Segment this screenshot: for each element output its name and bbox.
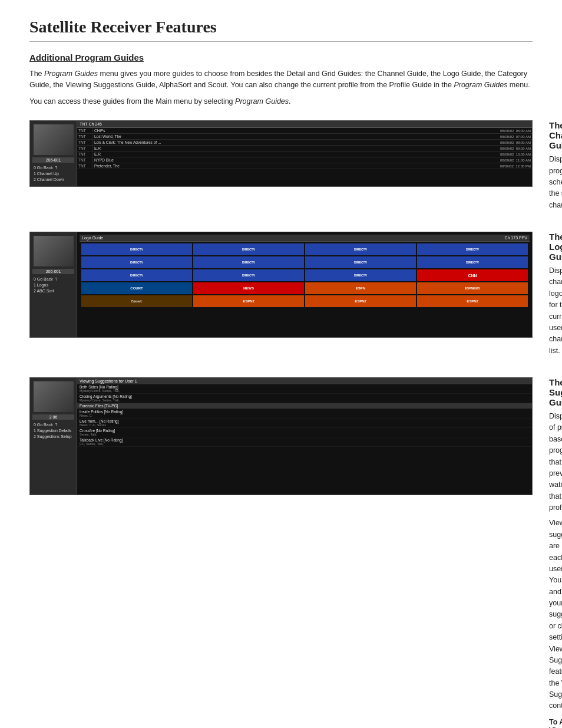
logo-cell-espn2: ESPN2	[193, 295, 304, 307]
sugg-menu-details: 1 Suggestion Details	[32, 428, 74, 433]
suggestion-guide-text: The Suggestion Guide Displays a list of …	[549, 377, 562, 728]
logo-menu-go-back: 0 Go Back ?	[32, 276, 74, 282]
list-item: Crossfire [No Rating]Series, Talk,	[77, 428, 532, 437]
logo-cell: DIRECTV	[81, 269, 192, 281]
logo-cell: DIRECTV	[417, 256, 528, 268]
channel-number: 206-001	[32, 157, 74, 163]
logo-cell-court: COURT	[81, 282, 192, 294]
logo-cell-news: NEWS	[193, 282, 304, 294]
logo-menu-logos: 1 Logos	[32, 282, 74, 288]
suggestion-left-panel: 2 06 0 Go Back ? 1 Suggestion Details 2 …	[30, 378, 77, 495]
suggestion-thumb	[34, 381, 74, 412]
table-row: TNTPretender, The08/09/02 12:00 PM	[77, 163, 532, 169]
list-item: Closing Arguments [No Rating]Mystery/Cri…	[77, 394, 532, 403]
suggestion-guide-desc1: Displays a list of programs based on pro…	[549, 411, 562, 513]
logo-guide-entry: 206-001 0 Go Back ? 1 Logos 2 ABC Sort L…	[29, 232, 533, 361]
suggestion-guide-entry: 2 06 0 Go Back ? 1 Suggestion Details 2 …	[29, 377, 533, 728]
suggestion-ch-num: 2 06	[32, 414, 74, 420]
suggestion-guide-title: The Suggestion Guide	[549, 377, 562, 407]
table-row: TNTLois & Clark: The New Adventures of .…	[77, 140, 532, 146]
list-item: Forensic Files [TV-PG]	[77, 403, 532, 409]
sugg-menu-go-back: 0 Go Back ?	[32, 422, 74, 427]
logo-guide-left-panel: 206-001 0 Go Back ? 1 Logos 2 ABC Sort	[30, 232, 77, 337]
logo-cell: DIRECTV	[417, 243, 528, 255]
table-row: TNTLost World, The08/09/02 07:00 AM	[77, 134, 532, 140]
logo-cell-classic: Classic	[81, 295, 192, 307]
channel-guide-left-panel: 206-001 0 Go Back ? 1 Channel Up 2 Chann…	[30, 121, 77, 186]
list-item: Live from... [No Rating]News, C-C, Serie…	[77, 419, 532, 428]
logo-cell-espnews: ESPNEWS	[417, 282, 528, 294]
logo-channel-number: 206-001	[32, 269, 74, 274]
suggestion-guide-desc2: Viewing suggestions are created for each…	[549, 518, 562, 711]
logo-guide-screenshot: 206-001 0 Go Back ? 1 Logos 2 ABC Sort L…	[29, 232, 533, 338]
page-title: Satellite Receiver Features	[29, 18, 533, 37]
logo-guide-header: Logo Guide Ch 173 PPV	[80, 235, 530, 242]
logo-cell-espn2b: ESPN2	[305, 295, 416, 307]
logo-cell: DIRECTV	[193, 269, 304, 281]
logo-thumb	[34, 236, 74, 266]
section-heading: Additional Program Guides	[29, 52, 533, 62]
intro-paragraph-1: The Program Guides menu gives you more g…	[29, 68, 533, 91]
suggestion-guide-screenshot: 2 06 0 Go Back ? 1 Suggestion Details 2 …	[29, 377, 533, 495]
channel-guide-right-panel: TNT Ch 245 TNTCHiPs08/09/02 06:00 AM TNT…	[77, 121, 532, 186]
table-row: TNTNYPD Blue08/09/02 11:00 AM	[77, 157, 532, 163]
logo-cell: DIRECTV	[193, 243, 304, 255]
logo-cell-espn2c: ESPN2	[417, 295, 528, 307]
logo-guide-title: The Logo Guide	[549, 232, 562, 262]
logo-guide-right-panel: Logo Guide Ch 173 PPV DIRECTV DIRECTV DI…	[77, 232, 532, 337]
logo-cell: DIRECTV	[305, 256, 416, 268]
logo-cell: DIRECTV	[81, 256, 192, 268]
suggestion-header: Viewing Suggestions for User 1	[77, 378, 532, 384]
menu-channel-up: 1 Channel Up	[32, 171, 74, 176]
logo-cell-espn: ESPN	[305, 282, 416, 294]
table-row: TNTE.R.08/09/02 09:00 AM	[77, 146, 532, 151]
table-row: TNTE.R.08/09/02 10:00 AM	[77, 151, 532, 157]
logo-cell: DIRECTV	[305, 243, 416, 255]
list-item: Inside Politics [No Rating]News, C-	[77, 409, 532, 419]
logo-cell: DIRECTV	[193, 256, 304, 268]
channel-thumb	[34, 124, 74, 155]
channel-guide-title: The Channel Guide	[549, 120, 562, 150]
logo-cell-cnn: CNN	[417, 269, 528, 281]
sugg-menu-setup: 2 Suggestions Setup	[32, 434, 74, 439]
channel-guide-header: TNT Ch 245	[77, 121, 532, 128]
menu-go-back: 0 Go Back ?	[32, 165, 74, 170]
intro-paragraph-2: You can access these guides from the Mai…	[29, 96, 533, 107]
channel-guide-entry: 206-001 0 Go Back ? 1 Channel Up 2 Chann…	[29, 120, 533, 215]
access-heading: To Access the Viewing Suggestions Menu:	[549, 718, 562, 728]
list-item: Both Sides [No Rating]Mystery/Crime, Ser…	[77, 384, 532, 394]
channel-guide-text: The Channel Guide Displays the programmi…	[549, 120, 562, 215]
menu-channel-down: 2 Channel Down	[32, 177, 74, 182]
suggestion-right-panel: Viewing Suggestions for User 1 Both Side…	[77, 378, 532, 495]
table-row: TNTCHiPs08/09/02 06:00 AM	[77, 128, 532, 134]
channel-guide-desc: Displays the programming schedule for th…	[549, 154, 562, 211]
channel-guide-screenshot: 206-001 0 Go Back ? 1 Channel Up 2 Chann…	[29, 120, 533, 187]
logo-cell: DIRECTV	[81, 243, 192, 255]
logo-menu-abc-sort: 2 ABC Sort	[32, 288, 74, 294]
list-item: Talkback Live [No Rating]CC, Series, Tal…	[77, 437, 532, 447]
logo-cell: DIRECTV	[305, 269, 416, 281]
logo-guide-desc: Displays channel logos for the current u…	[549, 265, 562, 357]
logo-guide-text: The Logo Guide Displays channel logos fo…	[549, 232, 562, 361]
